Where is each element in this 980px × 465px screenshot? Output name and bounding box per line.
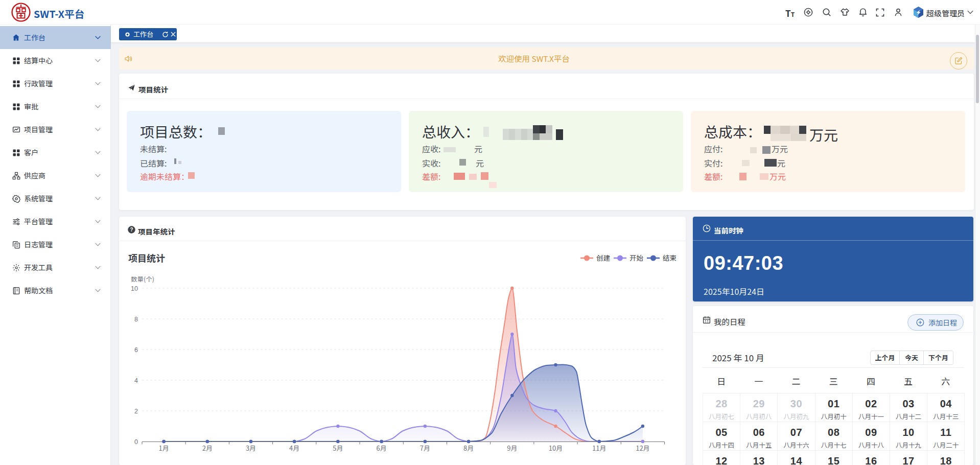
svg-text:项目统计: 项目统计: [128, 251, 165, 264]
svg-text:11月: 11月: [592, 443, 606, 453]
svg-text:6月: 6月: [377, 443, 387, 453]
svg-text:2: 2: [134, 408, 138, 415]
svg-text:0: 0: [134, 438, 138, 446]
svg-text:数量(个): 数量(个): [131, 274, 154, 284]
svg-text:7月: 7月: [420, 443, 430, 453]
svg-text:3月: 3月: [246, 443, 256, 453]
svg-text:5月: 5月: [333, 443, 343, 453]
svg-text:10: 10: [131, 285, 138, 292]
svg-text:?: ?: [130, 227, 133, 232]
svg-text:9月: 9月: [507, 443, 517, 453]
svg-text:8: 8: [134, 316, 138, 323]
svg-text:开始: 开始: [629, 252, 644, 263]
svg-text:10月: 10月: [549, 443, 563, 453]
svg-text:4月: 4月: [289, 443, 299, 453]
svg-text:结束: 结束: [663, 252, 676, 263]
svg-text:4: 4: [134, 377, 138, 384]
svg-text:创建: 创建: [596, 252, 611, 263]
svg-text:12月: 12月: [636, 443, 649, 453]
svg-text:6: 6: [134, 346, 138, 354]
svg-text:8月: 8月: [463, 443, 474, 453]
svg-text:1月: 1月: [158, 443, 169, 453]
svg-text:2月: 2月: [202, 443, 213, 453]
